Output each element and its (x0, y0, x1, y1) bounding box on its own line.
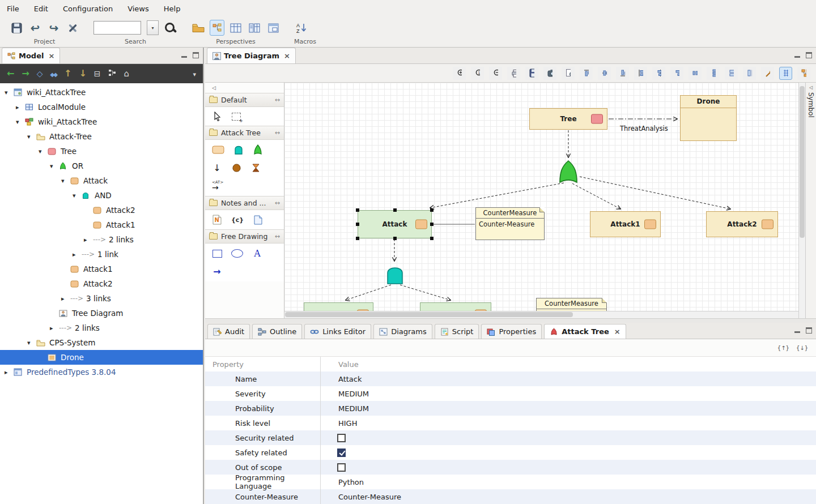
tree-item-attack1-or[interactable]: Attack1 (0, 262, 203, 276)
or-gate-tool[interactable] (253, 144, 263, 155)
node-tree[interactable]: Tree (529, 108, 607, 130)
at-connector-tool[interactable] (212, 181, 223, 191)
tab-outline[interactable]: Outline (252, 324, 302, 339)
horizontal-scrollbar[interactable] (284, 311, 799, 318)
expand-arrow-icon[interactable] (16, 118, 25, 126)
az-sort-button[interactable]: AZ (294, 20, 309, 36)
column-divider[interactable] (320, 357, 321, 504)
palette-section-default[interactable]: Default (205, 93, 284, 107)
print-button[interactable] (507, 67, 520, 80)
capture-selection-button[interactable] (562, 67, 575, 80)
menu-views[interactable]: Views (128, 5, 149, 13)
selection-handle[interactable] (393, 208, 397, 212)
arrow-tool[interactable] (212, 266, 222, 277)
tree-item-attack-tree[interactable]: Attack-Tree (0, 129, 203, 144)
marquee-tool[interactable] (231, 113, 241, 121)
node-attack1[interactable]: Attack1 (590, 211, 661, 237)
save-button[interactable] (9, 20, 24, 36)
value-cell[interactable]: Counter-Measure (320, 493, 816, 501)
expand-arrow-icon[interactable] (16, 104, 25, 111)
collapse-all-icon[interactable] (94, 69, 101, 78)
tab-links-editor[interactable]: Links Editor (304, 324, 371, 339)
tree-diagram-tab[interactable]: Tree Diagram (207, 48, 296, 63)
distribute-vertical-button[interactable] (707, 67, 720, 80)
ellipse-tool[interactable] (231, 249, 243, 258)
and-gate-node[interactable] (385, 264, 405, 287)
forward-button[interactable] (46, 20, 61, 36)
selection-handle[interactable] (356, 237, 359, 240)
comment-tool[interactable] (253, 215, 263, 225)
diamond-icon[interactable] (37, 69, 43, 78)
close-icon[interactable] (614, 327, 620, 336)
expand-arrow-icon[interactable] (27, 339, 36, 347)
align-middle-button[interactable] (598, 67, 611, 80)
model-perspective-button[interactable] (210, 20, 224, 36)
double-diamond-icon[interactable] (50, 69, 57, 78)
tab-diagrams[interactable]: Diagrams (373, 324, 432, 339)
align-left-button[interactable] (634, 67, 647, 80)
close-icon[interactable] (48, 52, 54, 60)
or-gate-node[interactable] (557, 160, 580, 185)
expand-arrow-icon[interactable] (5, 369, 14, 376)
value-cell[interactable]: Attack (320, 375, 816, 383)
tree-item-or[interactable]: OR (0, 159, 203, 173)
search-input[interactable] (94, 21, 141, 35)
value-cell[interactable]: Python (320, 478, 816, 486)
search-button[interactable] (163, 20, 177, 36)
constraint-tool[interactable] (231, 216, 244, 224)
table-perspective-button[interactable] (228, 20, 243, 36)
close-icon[interactable] (284, 52, 290, 60)
same-width-button[interactable] (725, 67, 738, 80)
palette-collapse-icon[interactable] (205, 83, 284, 93)
tree-item-cps-system[interactable]: CPS-System (0, 335, 203, 350)
expand-arrow-icon[interactable] (73, 251, 82, 258)
maximize-icon[interactable] (806, 327, 812, 334)
security-related-checkbox[interactable] (337, 434, 346, 442)
tree-item-tree[interactable]: Tree (0, 144, 203, 159)
expand-arrow-icon[interactable] (5, 89, 14, 96)
sort-descending-icon[interactable] (796, 345, 808, 351)
tree-item-attack[interactable]: Attack (0, 173, 203, 188)
tree-item-attack2[interactable]: Attack2 (0, 203, 203, 217)
expand-arrow-icon[interactable] (61, 295, 70, 302)
node-attack2[interactable]: Attack2 (706, 211, 778, 237)
text-tool[interactable] (252, 248, 262, 259)
tree-item-attack2-or[interactable]: Attack2 (0, 276, 203, 291)
symbol-strip[interactable]: Symbol (805, 83, 816, 318)
note-tool[interactable]: N (212, 215, 222, 225)
tree-item-and[interactable]: AND (0, 188, 203, 203)
value-cell[interactable]: MEDIUM (320, 404, 816, 413)
zoom-actual-button[interactable]: 1 (471, 67, 484, 80)
align-right-button[interactable] (670, 67, 683, 80)
safety-related-checkbox[interactable] (337, 449, 346, 457)
scrollbar-thumb[interactable] (285, 312, 573, 317)
search-dropdown-button[interactable] (147, 20, 159, 35)
selection-handle[interactable] (356, 208, 359, 212)
out-of-scope-checkbox[interactable] (337, 463, 346, 472)
cursor-tool[interactable] (212, 112, 222, 121)
tab-properties[interactable]: Properties (481, 324, 542, 339)
window-perspective-button[interactable] (266, 20, 280, 36)
tree-item-wiki-attacktree-model[interactable]: wiki_AttackTree (0, 114, 203, 129)
back-button[interactable] (28, 20, 42, 36)
menu-help[interactable]: Help (164, 5, 181, 13)
maximize-icon[interactable] (806, 52, 812, 58)
attack-node-tool[interactable] (212, 146, 224, 154)
home-icon[interactable] (124, 69, 130, 78)
tab-script[interactable]: Script (435, 324, 479, 339)
palette-section-notes[interactable]: Notes and ... (205, 196, 284, 210)
node-attack[interactable]: Attack (358, 210, 432, 238)
zoom-out-button[interactable] (489, 67, 502, 80)
tab-attack-tree[interactable]: Attack Tree (544, 324, 626, 339)
snap-grid-button[interactable] (779, 67, 792, 80)
palette-section-attack-tree[interactable]: Attack Tree (205, 126, 284, 140)
model-tab[interactable]: Model (2, 48, 60, 63)
auto-layout-button[interactable] (797, 67, 810, 80)
expand-arrow-icon[interactable] (39, 148, 48, 155)
zoom-in-button[interactable] (453, 67, 466, 80)
tree-item-drone[interactable]: Drone (0, 350, 203, 365)
and-gate-tool[interactable] (233, 144, 244, 155)
countermeasure-note-1[interactable]: CounterMeasure Counter-Measure (475, 207, 545, 240)
tab-audit[interactable]: Audit (207, 324, 250, 339)
screenshot-button[interactable] (543, 67, 556, 80)
